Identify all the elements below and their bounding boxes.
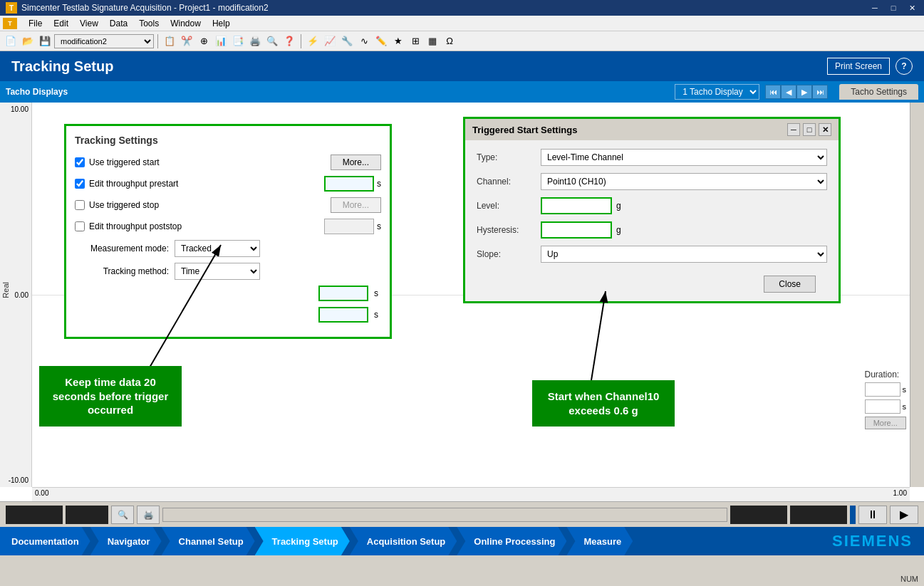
title-bar: T Simcenter Testlab Signature Acquisitio…: [0, 0, 924, 16]
duration1-right-row: 30 s: [865, 382, 907, 397]
tool-14[interactable]: ⊞: [408, 33, 423, 49]
new-button[interactable]: 📄: [3, 33, 19, 49]
minimize-button[interactable]: ─: [868, 2, 881, 14]
prestart-value-input[interactable]: 20.000: [324, 176, 374, 192]
channel-label: Channel:: [477, 177, 541, 187]
menu-file[interactable]: File: [23, 17, 48, 30]
tracking-method-row: Tracking method: Time: [75, 263, 381, 280]
tacho-nav-last[interactable]: ⏭: [812, 85, 828, 99]
tool-3[interactable]: ⊕: [196, 33, 212, 49]
tool-9[interactable]: 📈: [322, 33, 338, 49]
measurement-mode-select[interactable]: Tracked: [175, 240, 260, 257]
type-field-row: Type: Level-Time Channel: [477, 149, 827, 166]
close-button[interactable]: ✕: [905, 2, 918, 14]
save-button[interactable]: 💾: [37, 33, 53, 49]
menu-edit[interactable]: Edit: [48, 17, 74, 30]
tool-8[interactable]: ⚡: [305, 33, 321, 49]
tool-10[interactable]: 🔧: [339, 33, 355, 49]
duration2-right-input[interactable]: 0.5: [865, 399, 900, 414]
channel-select[interactable]: Point10 (CH10): [541, 173, 827, 190]
y-axis-min: -10.00: [1, 476, 30, 484]
triggered-start-settings-dialog: Triggered Start Settings ─ □ ✕ Type: Lev…: [463, 117, 841, 303]
breadcrumb-documentation[interactable]: Documentation: [0, 527, 90, 555]
duration1-right-input[interactable]: 30: [865, 382, 900, 397]
y-axis-max: 10.00: [1, 105, 30, 113]
breadcrumb-channel-setup[interactable]: Channel Setup: [162, 527, 255, 555]
duration-more-button[interactable]: More...: [865, 417, 907, 429]
icon-button-2[interactable]: 🖨️: [137, 506, 160, 524]
breadcrumb-navigator[interactable]: Navigator: [90, 527, 162, 555]
triggered-dialog-body: Type: Level-Time Channel Channel: Point1…: [465, 140, 839, 278]
edit-throughput-poststop-checkbox[interactable]: [75, 221, 85, 231]
duration2-right-row: 0.5 s: [865, 399, 907, 414]
triggered-close-button[interactable]: Close: [764, 276, 816, 293]
ctrl-black-1: [6, 506, 63, 524]
icon-button-1[interactable]: 🔍: [111, 506, 134, 524]
edit-throughput-prestart-checkbox[interactable]: [75, 179, 85, 189]
tacho-display-selector[interactable]: 1 Tacho Display: [675, 84, 759, 100]
tacho-display-control: 1 Tacho Display: [675, 84, 759, 100]
value1-input[interactable]: 30: [318, 286, 368, 301]
breadcrumb-measure[interactable]: Measure: [566, 527, 633, 555]
delete-button[interactable]: ✂️: [179, 33, 194, 49]
print-screen-button[interactable]: Print Screen: [827, 58, 890, 75]
tool-12[interactable]: ✏️: [373, 33, 389, 49]
type-select[interactable]: Level-Time Channel: [541, 149, 827, 166]
num-indicator: NUM: [900, 575, 918, 583]
tool-7[interactable]: 🔍: [264, 33, 280, 49]
tool-5[interactable]: 📑: [230, 33, 246, 49]
tacho-nav-prev[interactable]: ◀: [781, 85, 796, 99]
menu-window[interactable]: Window: [165, 17, 207, 30]
app-menu-icon: T: [3, 18, 17, 29]
tacho-nav-first[interactable]: ⏮: [765, 85, 781, 99]
tool-4[interactable]: 📊: [213, 33, 229, 49]
type-label: Type:: [477, 152, 541, 162]
edit-throughput-prestart-label: Edit throughput prestart: [75, 179, 324, 189]
breadcrumb-tracking-setup[interactable]: Tracking Setup: [255, 527, 350, 555]
maximize-button[interactable]: □: [887, 2, 900, 14]
tool-11[interactable]: ∿: [356, 33, 372, 49]
level-input[interactable]: ,6: [541, 197, 612, 214]
tool-13[interactable]: ★: [390, 33, 406, 49]
tacho-settings-tab[interactable]: Tacho Settings: [839, 84, 918, 100]
tracking-method-label: Tracking method:: [75, 266, 175, 276]
real-axis-label: Real: [1, 282, 10, 298]
hysteresis-input[interactable]: 0: [541, 221, 612, 239]
scroll-bar-right[interactable]: [910, 103, 924, 487]
slope-select[interactable]: Up: [541, 246, 827, 263]
copy-button[interactable]: 📋: [162, 33, 177, 49]
tacho-nav-next[interactable]: ▶: [796, 85, 812, 99]
triggered-start-more-button[interactable]: More...: [331, 155, 381, 170]
open-button[interactable]: 📂: [20, 33, 36, 49]
triggered-dialog-maximize[interactable]: □: [803, 123, 816, 136]
breadcrumb-acquisition-setup[interactable]: Acquisition Setup: [350, 527, 457, 555]
edit-throughput-poststop-row: Edit throughput poststop 0.040 s: [75, 219, 381, 234]
pause-button[interactable]: ⏸: [858, 506, 887, 524]
tool-6[interactable]: 🖨️: [247, 33, 263, 49]
triggered-stop-more-button[interactable]: More...: [331, 197, 381, 213]
tacho-bar: Tacho Displays 1 Tacho Display ⏮ ◀ ▶ ⏭ T…: [0, 81, 924, 103]
tool-15[interactable]: ▦: [425, 33, 440, 49]
tracking-method-select[interactable]: Time: [175, 263, 260, 280]
use-triggered-start-checkbox[interactable]: [75, 157, 85, 167]
header-help-button[interactable]: ?: [896, 58, 913, 75]
duration-right-panel: Duration: 30 s 0.5 s More...: [865, 370, 907, 429]
value2-input[interactable]: 0.5: [318, 307, 368, 323]
menu-view[interactable]: View: [74, 17, 104, 30]
window-title: Simcenter Testlab Signature Acquisition …: [21, 3, 868, 13]
breadcrumb-online-processing[interactable]: Online Processing: [457, 527, 566, 555]
project-selector[interactable]: modification2: [54, 34, 154, 48]
triggered-dialog-minimize[interactable]: ─: [787, 123, 800, 136]
triggered-dialog-close[interactable]: ✕: [819, 123, 831, 136]
tool-16[interactable]: Ω: [442, 33, 457, 49]
use-triggered-stop-checkbox[interactable]: [75, 200, 85, 210]
menu-tools[interactable]: Tools: [133, 17, 165, 30]
menu-help[interactable]: Help: [207, 17, 236, 30]
ctrl-black-2: [66, 506, 108, 524]
poststop-value-input[interactable]: 0.040: [324, 219, 374, 234]
menu-data[interactable]: Data: [104, 17, 133, 30]
value1-unit: s: [374, 288, 378, 298]
play-button[interactable]: ▶: [890, 506, 918, 524]
progress-bar[interactable]: [162, 508, 727, 522]
help-toolbar-button[interactable]: ❓: [281, 33, 297, 49]
